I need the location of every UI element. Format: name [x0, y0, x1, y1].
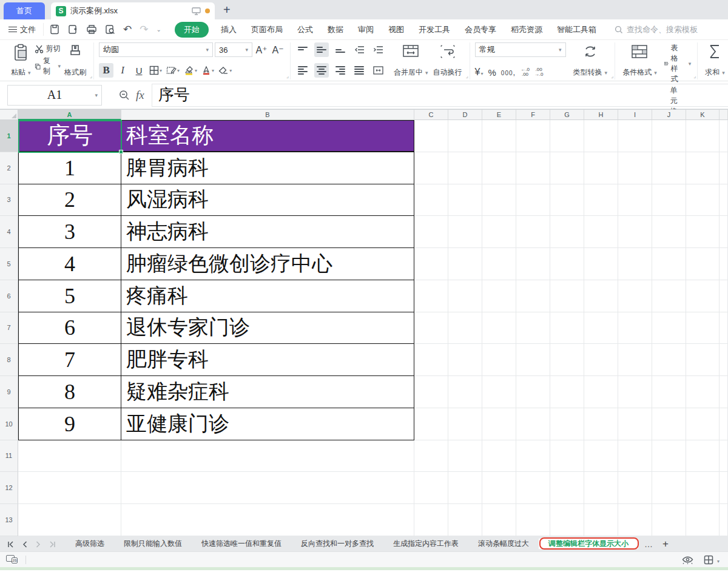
- cell-A10[interactable]: 9: [18, 408, 121, 440]
- cell-C8[interactable]: [414, 344, 448, 376]
- js-macro-icon[interactable]: JS: [6, 555, 18, 564]
- cell-G9[interactable]: [550, 376, 584, 408]
- format-painter-button[interactable]: 格式刷: [62, 42, 89, 79]
- draw-border-button[interactable]: ▾: [165, 63, 181, 78]
- cell-G6[interactable]: [550, 280, 584, 312]
- column-header-A[interactable]: A: [18, 110, 121, 120]
- row-header-11[interactable]: 11: [0, 440, 18, 473]
- tab-9[interactable]: 智能工具箱: [550, 21, 604, 39]
- cell-E11[interactable]: [482, 440, 516, 473]
- command-search[interactable]: 查找命令、搜索模板: [615, 24, 698, 35]
- tab-start[interactable]: 开始: [175, 22, 209, 38]
- name-box[interactable]: A1 ▾: [7, 85, 102, 106]
- tab-7[interactable]: 会员专享: [457, 21, 504, 39]
- fill-handle[interactable]: [119, 150, 123, 154]
- cell-I10[interactable]: [618, 408, 652, 440]
- cell-B9[interactable]: 疑难杂症科: [121, 376, 414, 408]
- cell-E12[interactable]: [482, 472, 516, 504]
- cell-B1[interactable]: 科室名称: [121, 120, 414, 152]
- cell-E9[interactable]: [482, 376, 516, 408]
- cell-J2[interactable]: [652, 152, 686, 184]
- cell-A12[interactable]: [18, 472, 121, 504]
- cell-J13[interactable]: [652, 504, 686, 536]
- cell-J9[interactable]: [652, 376, 686, 408]
- cell-E13[interactable]: [482, 504, 516, 536]
- cell-J8[interactable]: [652, 344, 686, 376]
- cell-B6[interactable]: 疼痛科: [121, 280, 414, 312]
- sheet-tab-5[interactable]: 滚动条幅度过大: [468, 536, 539, 552]
- cell-H10[interactable]: [584, 408, 618, 440]
- cell-E5[interactable]: [482, 248, 516, 280]
- cell-A13[interactable]: [18, 504, 121, 536]
- cell-G13[interactable]: [550, 504, 584, 536]
- column-header-I[interactable]: I: [618, 110, 652, 120]
- column-header-F[interactable]: F: [516, 110, 550, 120]
- cell-D5[interactable]: [448, 248, 482, 280]
- increase-indent-icon[interactable]: [371, 42, 385, 57]
- row-header-12[interactable]: 12: [0, 472, 18, 504]
- cell-C4[interactable]: [414, 216, 448, 248]
- cell-D9[interactable]: [448, 376, 482, 408]
- cell-H2[interactable]: [584, 152, 618, 184]
- cell-G7[interactable]: [550, 312, 584, 345]
- cell-H6[interactable]: [584, 280, 618, 312]
- cell-A9[interactable]: 8: [18, 376, 121, 408]
- cell-C9[interactable]: [414, 376, 448, 408]
- cell-K2[interactable]: [686, 152, 720, 184]
- cell-B3[interactable]: 风湿病科: [121, 184, 414, 217]
- cell-E8[interactable]: [482, 344, 516, 376]
- wrap-text-button[interactable]: 自动换行: [431, 42, 465, 79]
- cell-D8[interactable]: [448, 344, 482, 376]
- cell-I2[interactable]: [618, 152, 652, 184]
- cell-K1[interactable]: [686, 120, 720, 152]
- cell-B8[interactable]: 肥胖专科: [121, 344, 414, 376]
- decrease-decimal-button[interactable]: .00→.0: [534, 67, 544, 77]
- tab-8[interactable]: 稻壳资源: [504, 21, 550, 39]
- cell-I11[interactable]: [618, 440, 652, 473]
- cell-F5[interactable]: [516, 248, 550, 280]
- print-preview-icon[interactable]: [105, 24, 115, 35]
- cell-C11[interactable]: [414, 440, 448, 473]
- cell-B13[interactable]: [121, 504, 414, 536]
- screen-share-icon[interactable]: [192, 5, 201, 16]
- cell-G12[interactable]: [550, 472, 584, 504]
- cell-K12[interactable]: [686, 472, 720, 504]
- sheet-tab-1[interactable]: 限制只能输入数值: [114, 536, 192, 552]
- cell-H13[interactable]: [584, 504, 618, 536]
- cell-G5[interactable]: [550, 248, 584, 280]
- cell-E2[interactable]: [482, 152, 516, 184]
- cell-I1[interactable]: [618, 120, 652, 152]
- cell-H3[interactable]: [584, 184, 618, 217]
- conditional-format-button[interactable]: 条件格式▾: [620, 42, 659, 79]
- cell-I6[interactable]: [618, 280, 652, 312]
- cell-E10[interactable]: [482, 408, 516, 440]
- cell-G4[interactable]: [550, 216, 584, 248]
- font-size-select[interactable]: 36▾: [215, 42, 252, 57]
- cell-F4[interactable]: [516, 216, 550, 248]
- tab-0[interactable]: 插入: [214, 21, 244, 39]
- cell-F8[interactable]: [516, 344, 550, 376]
- cell-B11[interactable]: [121, 440, 414, 473]
- cell-I3[interactable]: [618, 184, 652, 217]
- increase-font-button[interactable]: A⁺: [254, 42, 269, 57]
- cell-H9[interactable]: [584, 376, 618, 408]
- cell-G8[interactable]: [550, 344, 584, 376]
- document-tab[interactable]: S 演示案例.xlsx: [51, 2, 215, 19]
- cell-G3[interactable]: [550, 184, 584, 217]
- row-header-3[interactable]: 3: [0, 184, 18, 217]
- decrease-indent-icon[interactable]: [352, 42, 366, 57]
- bold-button[interactable]: B: [99, 63, 113, 78]
- row-header-2[interactable]: 2: [0, 152, 18, 184]
- print-icon[interactable]: [86, 24, 97, 35]
- cell-H7[interactable]: [584, 312, 618, 345]
- tab-3[interactable]: 数据: [320, 21, 351, 39]
- clear-format-button[interactable]: ▾: [217, 63, 233, 78]
- cell-D10[interactable]: [448, 408, 482, 440]
- align-top-icon[interactable]: [295, 42, 310, 57]
- file-menu-button[interactable]: 文件: [0, 24, 43, 35]
- fill-color-button[interactable]: ▾: [183, 63, 198, 78]
- cell-H11[interactable]: [584, 440, 618, 473]
- cell-J7[interactable]: [652, 312, 686, 345]
- fx-icon[interactable]: fx: [136, 89, 144, 102]
- cell-I12[interactable]: [618, 472, 652, 504]
